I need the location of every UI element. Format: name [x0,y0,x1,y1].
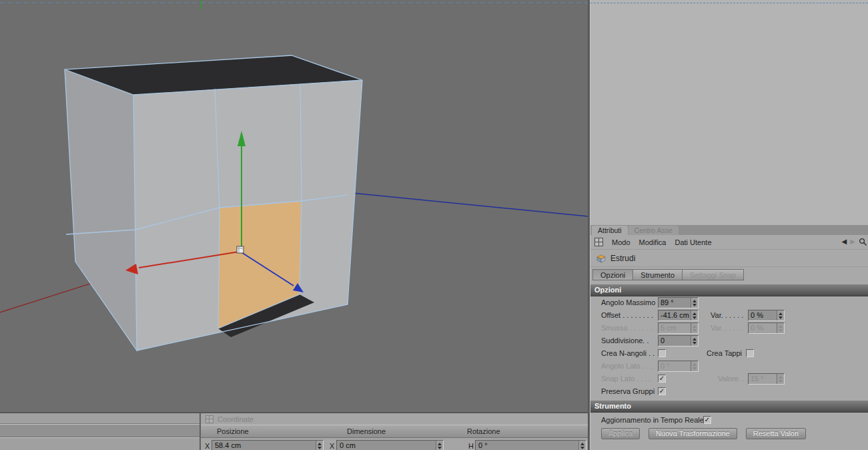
section-header-opzioni[interactable]: Opzioni [590,284,868,296]
snap-lato-checkbox[interactable] [658,375,666,383]
history-forward-icon[interactable]: ▶ [850,237,855,246]
subtab-strumento[interactable]: Strumento [632,269,683,280]
applica-button[interactable]: Applica [601,428,640,439]
menu-modifica[interactable]: Modifica [639,238,667,246]
nuova-trasformazione-button[interactable]: Nuova Trasformazione [648,428,737,439]
dimensione-x-stepper[interactable] [436,441,443,450]
extrude-tool-icon [596,254,606,263]
offset-value[interactable]: -41.6 cm [659,310,691,320]
attribute-tab-bar: Attributi Centro Asse [590,225,868,235]
rotazione-h-label: H [468,442,474,450]
subtab-settaggi-snap[interactable]: Settaggi Snap [682,269,744,280]
crea-nangoli-label: Crea N-angoli . . [601,349,655,357]
menu-dati-utente[interactable]: Dati Utente [675,238,712,246]
posizione-x-label: X [205,442,209,450]
smussa-var-value: 0 % [749,323,777,333]
column-dimensione: Dimensione [347,427,386,435]
smussa-label: Smussa . . . . . . [601,324,652,332]
tab-attributi[interactable]: Attributi [592,226,628,235]
viewport-3d[interactable] [0,0,588,412]
coordinate-header: Coordinate [201,413,588,425]
angolo-massimo-label: Angolo Massimo [601,298,655,306]
opzioni-fields: Angolo Massimo 89 ° Offset . . . . . . .… [590,296,868,398]
column-rotazione: Rotazione [467,427,500,435]
preserva-gruppi-checkbox[interactable] [658,387,666,395]
offset-var-input[interactable]: 0 % [748,310,785,321]
crea-nangoli-checkbox[interactable] [658,349,666,357]
smussa-stepper [691,323,698,333]
tempo-reale-checkbox[interactable] [703,416,711,424]
section-header-strumento[interactable]: Strumento [590,400,868,413]
search-icon[interactable] [859,238,867,246]
field-row-crea-nangoli: Crea N-angoli . . Crea Tappi [590,347,868,360]
angolo-massimo-value[interactable]: 89 ° [659,298,691,308]
angolo-lato-label: Angolo Lato . . . [601,362,653,370]
offset-stepper[interactable] [691,310,698,320]
offset-var-stepper[interactable] [777,310,784,320]
active-tool-row: Estrudi [590,250,868,267]
snap-lato-label: Snap Lato . . . . [601,375,651,383]
tempo-reale-label: Aggiornamento in Tempo Reale [601,416,704,424]
subtab-opzioni[interactable]: Opzioni [592,269,633,280]
crea-tappi-checkbox[interactable] [746,349,754,357]
bottom-left-panel [0,413,199,450]
application-window: Attributi Centro Asse Modo Modifica Dati… [0,0,868,450]
attribute-subtab-bar: Opzioni Strumento Settaggi Snap [590,267,868,282]
dimensione-x-value[interactable]: 0 cm [337,441,436,450]
coordinate-title: Coordinate [218,415,254,423]
valore-stepper [777,374,784,384]
angolo-lato-stepper [691,361,698,371]
suddivisione-stepper[interactable] [691,336,698,346]
viewport-canvas[interactable] [0,0,588,412]
field-row-tempo-reale: Aggiornamento in Tempo Reale [590,413,868,426]
strumento-buttons: Applica Nuova Trasformazione Resetta Val… [590,426,868,439]
tab-centro-asse[interactable]: Centro Asse [628,226,679,235]
cube-face-left[interactable] [65,69,137,351]
offset-input[interactable]: -41.6 cm [658,310,699,321]
angolo-massimo-stepper[interactable] [691,298,698,308]
coordinate-input-row: X 58.4 cm X 0 cm H 0 ° [201,438,588,450]
suddivisione-value[interactable]: 0 [659,336,691,346]
offset-label: Offset . . . . . . . . [601,311,653,319]
bottom-left-bar-2 [0,424,199,437]
rotazione-h-input[interactable]: 0 ° [475,440,586,450]
field-row-suddivisione: Suddivisione. . 0 [590,334,868,347]
field-row-snap-lato: Snap Lato . . . . Valore. . . . 15 ° [590,373,868,385]
suddivisione-input[interactable]: 0 [658,335,699,347]
angolo-lato-value: 0 ° [659,361,691,371]
field-row-angolo-massimo: Angolo Massimo 89 ° [590,296,868,309]
posizione-x-value[interactable]: 58.4 cm [212,441,316,450]
offset-var-value[interactable]: 0 % [749,310,777,320]
menu-modo[interactable]: Modo [612,238,630,246]
gizmo-center-handle[interactable] [237,246,244,253]
valore-value: 15 ° [749,374,777,384]
posizione-x-stepper[interactable] [316,441,323,450]
preserva-gruppi-label: Preserva Gruppi [601,387,655,395]
panel-menu-icon[interactable] [594,238,603,246]
angolo-lato-input: 0 ° [658,361,699,372]
smussa-var-input: 0 % [748,322,785,334]
rotazione-h-value[interactable]: 0 ° [476,441,578,450]
posizione-x-input[interactable]: 58.4 cm [211,440,324,450]
smussa-var-stepper [777,323,784,333]
coordinate-column-bar: Posizione Dimensione Rotazione [201,425,588,438]
smussa-input: 5 cm [658,322,699,334]
offset-var-label: Var. . . . . . [711,311,743,319]
angolo-massimo-input[interactable]: 89 ° [658,297,699,308]
coordinate-panel-icon[interactable] [205,415,213,423]
smussa-var-label: Var. . . . . . [711,324,743,332]
rotazione-h-stepper[interactable] [578,441,586,450]
field-row-preserva-gruppi: Preserva Gruppi [590,385,868,398]
field-row-smussa: Smussa . . . . . . 5 cm Var. . . . . . 0… [590,322,868,334]
attribute-menu-bar: Modo Modifica Dati Utente ◀ ▶ [590,235,868,250]
crea-tappi-label: Crea Tappi [707,349,742,357]
smussa-value: 5 cm [659,323,691,333]
right-upper-panel [590,0,868,225]
resetta-valori-button[interactable]: Resetta Valori [746,428,806,439]
bottom-left-bar-3 [0,437,199,450]
dimensione-x-input[interactable]: 0 cm [336,440,444,450]
tool-title: Estrudi [610,254,635,263]
world-z-axis-line [352,193,588,216]
history-back-icon[interactable]: ◀ [842,237,847,246]
attribute-manager: Attributi Centro Asse Modo Modifica Dati… [590,225,868,450]
